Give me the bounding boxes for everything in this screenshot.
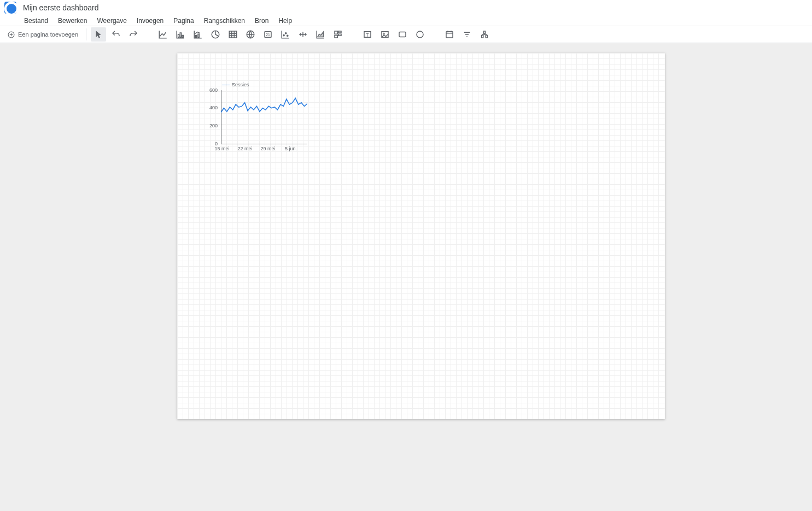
menu-page[interactable]: Pagina xyxy=(173,17,194,25)
pie-chart-button[interactable] xyxy=(208,27,223,42)
legend-line-icon xyxy=(222,85,230,85)
geo-chart-button[interactable] xyxy=(243,27,258,42)
y-tick: 200 xyxy=(201,123,218,128)
select-tool[interactable] xyxy=(91,27,106,42)
y-tick: 600 xyxy=(201,87,218,93)
bar-chart-button[interactable] xyxy=(173,27,188,42)
table-chart-button[interactable] xyxy=(225,27,241,42)
x-tick: 5 jun. xyxy=(285,146,297,151)
svg-text:21: 21 xyxy=(266,33,270,37)
svg-point-31 xyxy=(383,33,384,34)
data-control-tool[interactable] xyxy=(477,27,492,42)
x-tick: 29 mei xyxy=(260,146,275,151)
time-series-chart-button[interactable] xyxy=(155,27,171,42)
document-title[interactable]: Mijn eerste dashboard xyxy=(23,3,99,12)
svg-text:T: T xyxy=(366,33,369,38)
bullet-icon xyxy=(298,30,308,39)
combo-chart-button[interactable] xyxy=(190,27,206,42)
redo-icon xyxy=(128,30,138,39)
filter-tool[interactable] xyxy=(459,27,475,42)
x-axis xyxy=(221,144,307,144)
toolbar: Een pagina toevoegen 21 xyxy=(0,26,812,43)
scorecard-icon: 21 xyxy=(263,30,273,39)
add-page-button[interactable]: Een pagina toevoegen xyxy=(4,29,81,40)
svg-point-17 xyxy=(283,34,284,36)
circle-icon xyxy=(415,30,425,39)
time-series-chart[interactable]: Sessies 600 400 200 0 15 mei 22 mei 29 m… xyxy=(209,79,318,156)
svg-rect-7 xyxy=(198,34,199,37)
svg-rect-3 xyxy=(178,34,179,37)
add-page-label: Een pagina toevoegen xyxy=(18,31,78,38)
svg-rect-42 xyxy=(482,36,483,38)
svg-rect-34 xyxy=(446,32,453,38)
image-icon xyxy=(380,30,390,39)
separator xyxy=(86,28,86,40)
svg-point-19 xyxy=(287,35,288,36)
date-range-tool[interactable] xyxy=(442,27,457,42)
header: Mijn eerste dashboard xyxy=(0,0,812,15)
canvas-area[interactable]: Sessies 600 400 200 0 15 mei 22 mei 29 m… xyxy=(0,43,812,511)
y-tick: 400 xyxy=(201,105,218,110)
menu-edit[interactable]: Bewerken xyxy=(58,17,87,25)
text-icon: T xyxy=(363,30,372,39)
text-tool[interactable]: T xyxy=(360,27,375,42)
report-page[interactable]: Sessies 600 400 200 0 15 mei 22 mei 29 m… xyxy=(177,53,665,419)
menu-arrange[interactable]: Rangschikken xyxy=(204,17,245,25)
rectangle-tool[interactable] xyxy=(395,27,410,42)
redo-button[interactable] xyxy=(126,27,141,42)
rectangle-icon xyxy=(398,30,407,39)
svg-rect-5 xyxy=(182,36,183,38)
menu-help[interactable]: Help xyxy=(278,17,292,25)
svg-rect-41 xyxy=(484,31,486,34)
undo-icon xyxy=(111,30,121,39)
svg-rect-27 xyxy=(335,36,337,38)
svg-rect-26 xyxy=(338,34,341,36)
table-icon xyxy=(228,30,238,39)
circle-tool[interactable] xyxy=(412,27,428,42)
app-logo xyxy=(4,2,16,14)
menu-source[interactable]: Bron xyxy=(255,17,268,25)
bar-chart-icon xyxy=(176,30,185,39)
scatter-icon xyxy=(281,30,290,39)
pointer-icon xyxy=(94,30,103,39)
plus-circle-icon xyxy=(8,31,15,38)
pivot-table-button[interactable] xyxy=(330,27,346,42)
svg-rect-9 xyxy=(229,31,237,38)
line-chart-icon xyxy=(158,30,168,39)
legend-label: Sessies xyxy=(232,82,249,87)
svg-rect-25 xyxy=(338,31,341,33)
scatter-chart-button[interactable] xyxy=(278,27,293,42)
svg-rect-24 xyxy=(335,31,337,34)
area-chart-button[interactable] xyxy=(313,27,328,42)
menu-view[interactable]: Weergave xyxy=(97,17,126,25)
svg-rect-32 xyxy=(399,32,406,37)
menu-file[interactable]: Bestand xyxy=(24,17,48,25)
svg-point-33 xyxy=(417,31,423,38)
chart-line xyxy=(221,90,307,144)
x-tick: 15 mei xyxy=(214,146,229,151)
calendar-icon xyxy=(445,30,454,39)
bullet-chart-button[interactable] xyxy=(295,27,311,42)
filter-icon xyxy=(462,30,472,39)
pie-chart-icon xyxy=(211,30,220,39)
pivot-icon xyxy=(333,30,343,39)
scorecard-button[interactable]: 21 xyxy=(260,27,276,42)
chart-legend: Sessies xyxy=(222,82,249,87)
svg-point-18 xyxy=(285,33,287,34)
globe-icon xyxy=(246,30,255,39)
area-chart-icon xyxy=(316,30,325,39)
x-tick: 22 mei xyxy=(237,146,252,151)
chart-plot-area: 600 400 200 0 15 mei 22 mei 29 mei 5 jun… xyxy=(209,90,307,156)
svg-rect-4 xyxy=(180,33,181,37)
data-control-icon xyxy=(480,30,489,39)
svg-rect-6 xyxy=(196,36,197,38)
menu-insert[interactable]: Invoegen xyxy=(137,17,163,25)
menu-bar: Bestand Bewerken Weergave Invoegen Pagin… xyxy=(0,15,812,26)
undo-button[interactable] xyxy=(108,27,124,42)
combo-chart-icon xyxy=(193,30,203,39)
svg-rect-43 xyxy=(486,36,487,38)
image-tool[interactable] xyxy=(377,27,393,42)
